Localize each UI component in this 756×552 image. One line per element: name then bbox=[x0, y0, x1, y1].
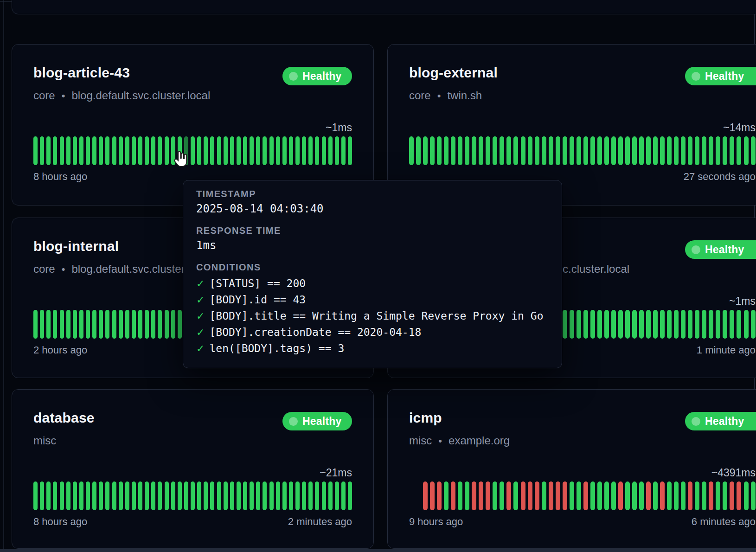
status-bar[interactable] bbox=[653, 481, 658, 510]
status-bar[interactable] bbox=[535, 481, 539, 510]
status-bar[interactable] bbox=[577, 136, 581, 165]
status-bar[interactable] bbox=[178, 310, 182, 339]
status-bar[interactable] bbox=[237, 481, 241, 510]
status-bar[interactable] bbox=[119, 310, 123, 339]
status-bar[interactable] bbox=[99, 136, 103, 165]
status-bar[interactable] bbox=[145, 136, 149, 165]
status-bar[interactable] bbox=[73, 310, 77, 339]
status-bar[interactable] bbox=[528, 136, 532, 165]
status-bar[interactable] bbox=[105, 481, 109, 510]
status-bar[interactable] bbox=[577, 310, 581, 339]
status-bar[interactable] bbox=[646, 136, 651, 165]
status-bar[interactable] bbox=[695, 136, 699, 165]
status-bar[interactable] bbox=[33, 481, 38, 510]
status-bar[interactable] bbox=[458, 136, 462, 165]
status-bar[interactable] bbox=[437, 136, 442, 165]
status-bar[interactable] bbox=[660, 481, 665, 510]
status-bar[interactable] bbox=[295, 481, 300, 510]
status-bar[interactable] bbox=[348, 136, 352, 165]
status-bar[interactable] bbox=[302, 136, 306, 165]
status-bar[interactable] bbox=[444, 481, 448, 510]
status-bar[interactable] bbox=[430, 481, 435, 510]
status-bar[interactable] bbox=[256, 481, 260, 510]
status-bar[interactable] bbox=[639, 310, 644, 339]
status-bar[interactable] bbox=[295, 136, 300, 165]
status-bar[interactable] bbox=[86, 136, 90, 165]
status-bar[interactable] bbox=[667, 310, 672, 339]
status-bar[interactable] bbox=[204, 481, 208, 510]
status-bar[interactable] bbox=[99, 481, 103, 510]
status-bar[interactable] bbox=[46, 310, 51, 339]
status-bar[interactable] bbox=[269, 481, 274, 510]
status-bar[interactable] bbox=[79, 481, 83, 510]
status-bar[interactable] bbox=[625, 310, 630, 339]
status-bar[interactable] bbox=[563, 310, 567, 339]
status-bar[interactable] bbox=[563, 481, 567, 510]
status-bar[interactable] bbox=[308, 481, 313, 510]
status-bar[interactable] bbox=[667, 136, 672, 165]
status-bar[interactable] bbox=[40, 481, 44, 510]
status-bar[interactable] bbox=[451, 481, 455, 510]
status-bar[interactable] bbox=[583, 136, 588, 165]
status-bar[interactable] bbox=[66, 481, 70, 510]
status-bar[interactable] bbox=[66, 136, 70, 165]
endpoint-card-database[interactable]: database misc Healthy ~21ms 8 hours ago … bbox=[12, 389, 374, 549]
status-bar[interactable] bbox=[493, 136, 497, 165]
status-bar[interactable] bbox=[224, 136, 228, 165]
status-bar[interactable] bbox=[716, 136, 720, 165]
status-bar[interactable] bbox=[430, 136, 435, 165]
status-bar[interactable] bbox=[611, 310, 616, 339]
status-bar[interactable] bbox=[632, 310, 637, 339]
status-bar[interactable] bbox=[632, 136, 637, 165]
status-bar[interactable] bbox=[737, 481, 741, 510]
status-bar[interactable] bbox=[276, 136, 280, 165]
status-bar[interactable] bbox=[308, 136, 313, 165]
status-bar[interactable] bbox=[709, 310, 713, 339]
status-bar[interactable] bbox=[702, 481, 706, 510]
status-bar[interactable] bbox=[730, 310, 734, 339]
status-bar[interactable] bbox=[723, 310, 727, 339]
status-bar[interactable] bbox=[737, 136, 741, 165]
status-bar[interactable] bbox=[423, 481, 428, 510]
status-bar[interactable] bbox=[437, 481, 442, 510]
status-bar[interactable] bbox=[86, 310, 90, 339]
status-bar[interactable] bbox=[151, 481, 155, 510]
status-bar[interactable] bbox=[688, 481, 692, 510]
status-bar[interactable] bbox=[465, 481, 469, 510]
status-bar[interactable] bbox=[737, 310, 741, 339]
status-bar[interactable] bbox=[744, 310, 749, 339]
status-bar[interactable] bbox=[46, 136, 51, 165]
status-bar[interactable] bbox=[341, 136, 346, 165]
status-bar[interactable] bbox=[230, 481, 234, 510]
status-bar[interactable] bbox=[583, 481, 588, 510]
status-bar[interactable] bbox=[250, 136, 254, 165]
status-bar[interactable] bbox=[105, 136, 109, 165]
status-bar[interactable] bbox=[618, 310, 623, 339]
status-bar[interactable] bbox=[73, 481, 77, 510]
status-bar[interactable] bbox=[542, 136, 546, 165]
status-bar[interactable] bbox=[688, 136, 692, 165]
status-bar[interactable] bbox=[79, 310, 83, 339]
status-bar[interactable] bbox=[171, 310, 175, 339]
status-bar[interactable] bbox=[465, 136, 469, 165]
status-bar[interactable] bbox=[423, 136, 428, 165]
status-bar[interactable] bbox=[315, 481, 319, 510]
status-bar[interactable] bbox=[597, 136, 602, 165]
status-bar[interactable] bbox=[639, 481, 644, 510]
status-bar[interactable] bbox=[646, 310, 651, 339]
status-bar[interactable] bbox=[674, 136, 679, 165]
status-bar[interactable] bbox=[86, 481, 90, 510]
status-bar[interactable] bbox=[681, 310, 686, 339]
status-bar[interactable] bbox=[653, 310, 658, 339]
status-bar[interactable] bbox=[444, 136, 448, 165]
status-bar[interactable] bbox=[472, 136, 476, 165]
status-bar[interactable] bbox=[73, 136, 77, 165]
status-bar[interactable] bbox=[289, 481, 293, 510]
status-bar[interactable] bbox=[479, 136, 483, 165]
status-bar[interactable] bbox=[451, 136, 455, 165]
status-bar[interactable] bbox=[611, 136, 616, 165]
status-bar[interactable] bbox=[60, 136, 64, 165]
status-bar[interactable] bbox=[322, 481, 326, 510]
status-bar[interactable] bbox=[263, 481, 267, 510]
status-bar[interactable] bbox=[224, 481, 228, 510]
